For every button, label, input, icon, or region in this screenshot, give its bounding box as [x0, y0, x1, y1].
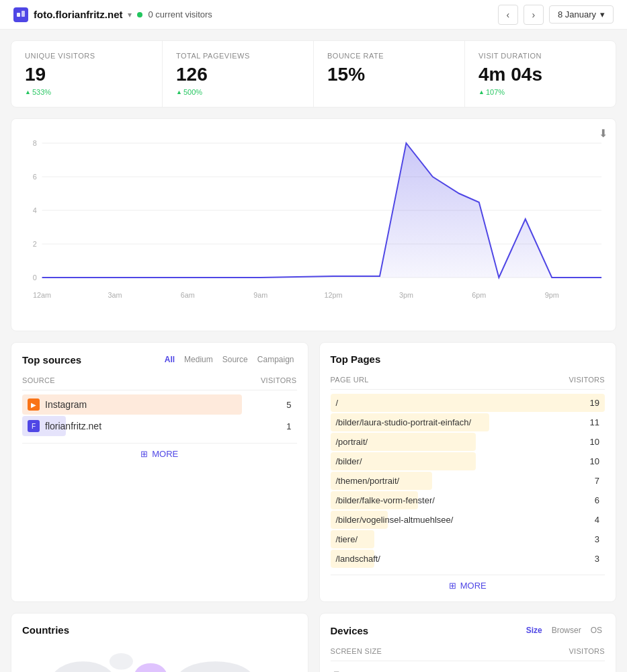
top-pages-title: Top Pages — [331, 353, 381, 365]
top-pages-header: Top Pages — [331, 353, 605, 365]
device-filter-tab[interactable]: Browser — [549, 624, 584, 636]
svg-text:0: 0 — [33, 274, 37, 282]
svg-text:3pm: 3pm — [399, 291, 413, 299]
date-chevron-icon: ▾ — [600, 9, 605, 19]
page-url: /themen/portrait/ — [336, 476, 400, 486]
page-url: /tiere/ — [336, 534, 358, 544]
header-right: ‹ › 8 January ▾ — [498, 5, 614, 25]
svg-text:4: 4 — [33, 206, 37, 214]
page-value: 4 — [595, 515, 599, 525]
page-row[interactable]: /bilder/ 10 — [331, 452, 605, 470]
sources-more-button[interactable]: ⊞ MORE — [22, 443, 297, 459]
stat-block: TOTAL PAGEVIEWS 126 500% — [163, 41, 314, 107]
svg-text:12pm: 12pm — [325, 291, 343, 299]
more-icon: ⊞ — [140, 449, 148, 459]
svg-text:6pm: 6pm — [472, 291, 486, 299]
sources-filter-tab[interactable]: Medium — [181, 353, 216, 366]
sources-filter-tab[interactable]: All — [162, 353, 177, 366]
stat-block: VISIT DURATION 4m 04s 107% — [465, 41, 616, 107]
top-sources-panel: Top sources AllMediumSourceCampaign Sour… — [11, 342, 308, 602]
svg-text:2: 2 — [33, 240, 37, 248]
source-name: Instagram — [45, 399, 87, 410]
page-value: 10 — [590, 456, 599, 466]
svg-point-25 — [177, 661, 254, 672]
header: foto.florianfritz.net ▾ 0 current visito… — [0, 0, 627, 30]
page-url: /bilder/laura-studio-portrait-einfach/ — [336, 417, 472, 427]
svg-point-23 — [134, 663, 167, 672]
sources-filter-tab[interactable]: Campaign — [255, 353, 297, 366]
source-icon: ▶ — [28, 398, 40, 411]
stat-block: UNIQUE VISITORS 19 533% — [11, 41, 163, 107]
top-pages-panel: Top Pages Page url Visitors / 19 /bilder… — [319, 342, 617, 602]
top-row-sections: Top sources AllMediumSourceCampaign Sour… — [11, 342, 616, 602]
pages-more-icon: ⊞ — [449, 581, 456, 591]
page-url-col-label: Page url — [331, 376, 369, 384]
stat-label: BOUNCE RATE — [327, 52, 451, 60]
page-row[interactable]: /bilder/laura-studio-portrait-einfach/ 1… — [331, 413, 605, 431]
world-map — [22, 644, 297, 672]
page-row[interactable]: /themen/portrait/ 7 — [331, 472, 605, 490]
site-name[interactable]: foto.florianfritz.net — [34, 9, 122, 20]
prev-date-button[interactable]: ‹ — [498, 5, 518, 25]
source-row[interactable]: F florianfritz.net 1 — [22, 416, 297, 436]
page-row[interactable]: /landschaft/ 3 — [331, 550, 605, 568]
source-row[interactable]: ▶ Instagram 5 — [22, 394, 297, 415]
visitors-chart: ⬇ 8 6 4 2 0 12am 3am 6am 9am 12pm 3pm 6p… — [11, 118, 616, 331]
page-value: 6 — [595, 495, 599, 505]
screen-col-label: Screen size — [331, 647, 382, 655]
chevron-down-icon: ▾ — [128, 10, 132, 19]
page-row[interactable]: / 19 — [331, 394, 605, 412]
date-selector[interactable]: 8 January ▾ — [549, 5, 614, 24]
page-row[interactable]: /bilder/falke-vorm-fenster/ 6 — [331, 491, 605, 509]
page-value: 10 — [590, 437, 599, 447]
page-url: /portrait/ — [336, 437, 368, 447]
stat-value: 4m 04s — [478, 64, 602, 85]
svg-text:9pm: 9pm — [545, 291, 559, 299]
devices-visitors-col-label: Visitors — [569, 647, 605, 655]
header-left: foto.florianfritz.net ▾ 0 current visito… — [13, 7, 212, 22]
countries-header: Countries — [22, 624, 297, 636]
download-icon[interactable]: ⬇ — [599, 127, 608, 140]
page-value: 3 — [595, 554, 599, 564]
page-url: /bilder/falke-vorm-fenster/ — [336, 495, 435, 505]
device-filter-tab[interactable]: OS — [588, 624, 605, 636]
svg-text:6am: 6am — [181, 291, 195, 299]
devices-filters: SizeBrowserOS — [524, 624, 605, 636]
page-value: 19 — [590, 398, 599, 408]
svg-text:9am: 9am — [253, 291, 267, 299]
main-content: UNIQUE VISITORS 19 533% TOTAL PAGEVIEWS … — [0, 30, 627, 672]
pages-more-button[interactable]: ⊞ MORE — [331, 575, 605, 591]
stat-value: 15% — [327, 64, 451, 85]
countries-panel: Countries — [11, 613, 308, 672]
svg-text:6: 6 — [33, 173, 37, 181]
top-sources-header: Top sources AllMediumSourceCampaign — [22, 353, 297, 366]
bottom-sections: Countries Dev — [11, 613, 616, 672]
svg-text:8: 8 — [33, 139, 37, 147]
devices-title: Devices — [331, 625, 369, 636]
page-url: /landschaft/ — [336, 554, 381, 564]
stat-value: 126 — [176, 64, 300, 85]
stat-label: VISIT DURATION — [478, 52, 602, 60]
page-value: 11 — [590, 417, 599, 427]
top-sources-rows: ▶ Instagram 5 F florianfritz.net 1 — [22, 394, 297, 436]
page-row[interactable]: /portrait/ 10 — [331, 433, 605, 451]
chart-svg: 8 6 4 2 0 12am 3am 6am 9am 12pm 3pm 6pm … — [22, 130, 605, 318]
svg-text:3am: 3am — [108, 291, 122, 299]
device-row: 📱 Mobile 13 (62%) — [331, 665, 605, 672]
live-indicator-dot — [137, 12, 142, 17]
date-label: 8 January — [558, 9, 596, 19]
page-row[interactable]: /bilder/vogelinsel-altmuehlsee/ 4 — [331, 511, 605, 529]
stat-change: 107% — [478, 88, 505, 96]
site-logo — [13, 7, 28, 22]
svg-rect-0 — [17, 13, 20, 17]
page-row[interactable]: /tiere/ 3 — [331, 530, 605, 548]
sources-filter-tab[interactable]: Source — [220, 353, 251, 366]
page-url: /bilder/vogelinsel-altmuehlsee/ — [336, 515, 454, 525]
device-filter-tab[interactable]: Size — [524, 624, 545, 636]
page-url: /bilder/ — [336, 456, 362, 466]
top-pages-table-header: Page url Visitors — [331, 373, 605, 390]
next-date-button[interactable]: › — [524, 5, 544, 25]
page-value: 7 — [595, 476, 599, 486]
source-name: florianfritz.net — [45, 421, 101, 431]
more-label: MORE — [152, 449, 178, 459]
